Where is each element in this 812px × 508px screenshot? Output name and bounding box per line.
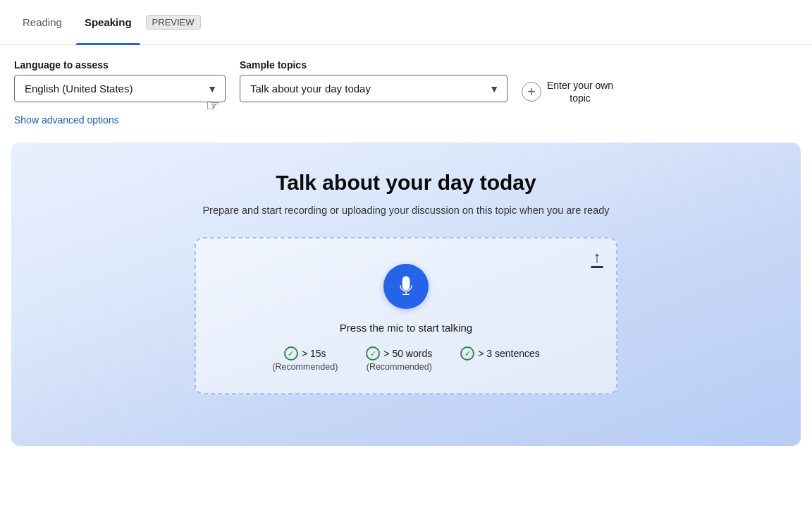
- plus-icon: +: [522, 82, 541, 102]
- check-sentences-icon: ✓: [460, 346, 474, 361]
- req-time-label: (Recommended): [272, 362, 338, 372]
- topic-subtitle: Prepare and start recording or uploading…: [202, 205, 609, 216]
- mic-button[interactable]: [383, 264, 429, 309]
- tabs-bar: Reading Speaking PREVIEW: [0, 0, 812, 45]
- language-field-group: Language to assess English (United State…: [14, 59, 226, 102]
- upload-line-icon: [591, 266, 603, 268]
- req-words-label: (Recommended): [367, 362, 432, 372]
- req-time-value: > 15s: [302, 348, 326, 359]
- topic-select[interactable]: Talk about your day today Describe your …: [240, 75, 508, 102]
- topic-label: Sample topics: [240, 59, 508, 71]
- controls-row: Language to assess English (United State…: [14, 59, 798, 104]
- upload-icon[interactable]: ↑: [591, 250, 603, 268]
- topic-select-wrapper: Talk about your day today Describe your …: [240, 75, 508, 102]
- language-select[interactable]: English (United States) English (United …: [14, 75, 226, 102]
- enter-topic-label: Enter your owntopic: [547, 79, 613, 104]
- topic-title: Talk about your day today: [276, 171, 536, 195]
- language-select-wrapper: English (United States) English (United …: [14, 75, 226, 102]
- req-words: ✓ > 50 words (Recommended): [366, 346, 432, 372]
- req-time: ✓ > 15s (Recommended): [272, 346, 338, 372]
- main-card: Talk about your day today Prepare and st…: [11, 143, 801, 446]
- check-words-icon: ✓: [366, 346, 380, 361]
- tab-reading[interactable]: Reading: [14, 0, 70, 45]
- controls-area: Language to assess English (United State…: [0, 45, 812, 133]
- language-label: Language to assess: [14, 59, 226, 71]
- enter-own-topic-button[interactable]: + Enter your owntopic: [522, 79, 613, 104]
- check-time-icon: ✓: [284, 346, 298, 361]
- req-sentences-value: > 3 sentences: [478, 348, 540, 359]
- mic-icon: [395, 275, 417, 298]
- tab-speaking[interactable]: Speaking: [76, 0, 140, 45]
- requirements-row: ✓ > 15s (Recommended) ✓ > 50 words (Reco…: [272, 346, 540, 372]
- req-sentences: ✓ > 3 sentences: [460, 346, 540, 362]
- recording-box: ↑ Press the mic to start talking ✓ > 15s…: [195, 237, 617, 394]
- upload-arrow-icon: ↑: [593, 250, 601, 265]
- tab-preview-badge: PREVIEW: [146, 15, 201, 30]
- show-advanced-link[interactable]: Show advanced options: [14, 114, 798, 126]
- req-words-value: > 50 words: [383, 348, 432, 359]
- topic-field-group: Sample topics Talk about your day today …: [240, 59, 508, 102]
- press-mic-text: Press the mic to start talking: [340, 322, 472, 334]
